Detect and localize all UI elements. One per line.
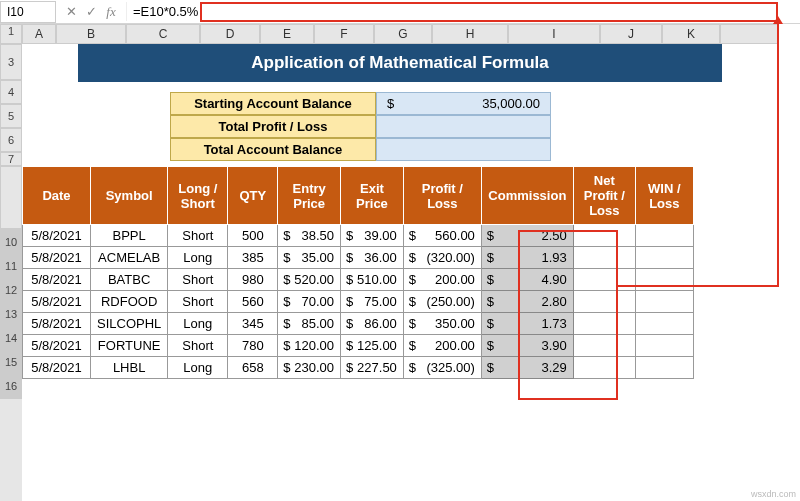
cell-commission[interactable]: $2.50 <box>481 225 573 247</box>
cell-longshort[interactable]: Long <box>168 357 228 379</box>
table-header[interactable]: Long / Short <box>168 167 228 225</box>
name-box[interactable] <box>0 1 56 23</box>
cell-date[interactable]: 5/8/2021 <box>23 313 91 335</box>
cell-symbol[interactable]: LHBL <box>91 357 168 379</box>
cell-symbol[interactable]: BPPL <box>91 225 168 247</box>
cell-exit-price[interactable]: $75.00 <box>341 291 404 313</box>
cell-commission[interactable]: $1.73 <box>481 313 573 335</box>
cell-winloss[interactable] <box>635 291 693 313</box>
col-header[interactable]: B <box>56 24 126 44</box>
col-header[interactable]: F <box>314 24 374 44</box>
cell-exit-price[interactable]: $86.00 <box>341 313 404 335</box>
row-header[interactable]: 5 <box>0 104 22 128</box>
cell-exit-price[interactable]: $36.00 <box>341 247 404 269</box>
fx-icon[interactable]: fx <box>102 4 120 20</box>
cell-net-pl[interactable] <box>573 335 635 357</box>
cell-date[interactable]: 5/8/2021 <box>23 291 91 313</box>
cell-net-pl[interactable] <box>573 313 635 335</box>
col-header[interactable]: A <box>22 24 56 44</box>
cell-commission[interactable]: $4.90 <box>481 269 573 291</box>
summary-value[interactable] <box>376 115 551 138</box>
confirm-icon[interactable]: ✓ <box>82 4 100 20</box>
cell-date[interactable]: 5/8/2021 <box>23 357 91 379</box>
cell-profit-loss[interactable]: $(250.00) <box>403 291 481 313</box>
cell-qty[interactable]: 385 <box>228 247 278 269</box>
cell-entry-price[interactable]: $230.00 <box>278 357 341 379</box>
row-header[interactable]: 6 <box>0 128 22 152</box>
row-header[interactable]: 15 <box>1 350 21 374</box>
cell-qty[interactable]: 345 <box>228 313 278 335</box>
cell-net-pl[interactable] <box>573 247 635 269</box>
cell-entry-price[interactable]: $38.50 <box>278 225 341 247</box>
cell-net-pl[interactable] <box>573 357 635 379</box>
cell-entry-price[interactable]: $70.00 <box>278 291 341 313</box>
cell-profit-loss[interactable]: $(325.00) <box>403 357 481 379</box>
row-header[interactable]: 13 <box>1 302 21 326</box>
formula-input[interactable]: =E10*0.5% <box>126 2 800 21</box>
cell-longshort[interactable]: Short <box>168 335 228 357</box>
cell-longshort[interactable]: Short <box>168 225 228 247</box>
summary-value[interactable] <box>376 138 551 161</box>
cell-symbol[interactable]: RDFOOD <box>91 291 168 313</box>
row-header[interactable] <box>0 166 22 229</box>
cell-commission[interactable]: $3.90 <box>481 335 573 357</box>
cell-longshort[interactable]: Long <box>168 247 228 269</box>
cell-profit-loss[interactable]: $(320.00) <box>403 247 481 269</box>
cell-date[interactable]: 5/8/2021 <box>23 247 91 269</box>
cell-exit-price[interactable]: $227.50 <box>341 357 404 379</box>
table-header[interactable]: Commission <box>481 167 573 225</box>
table-header[interactable]: Exit Price <box>341 167 404 225</box>
cell-net-pl[interactable] <box>573 269 635 291</box>
cell-winloss[interactable] <box>635 269 693 291</box>
cell-profit-loss[interactable]: $350.00 <box>403 313 481 335</box>
row-header[interactable]: 16 <box>1 374 21 398</box>
cell-qty[interactable]: 500 <box>228 225 278 247</box>
cell-winloss[interactable] <box>635 247 693 269</box>
table-header[interactable]: QTY <box>228 167 278 225</box>
cell-symbol[interactable]: SILCOPHL <box>91 313 168 335</box>
cell-profit-loss[interactable]: $200.00 <box>403 269 481 291</box>
cell-qty[interactable]: 980 <box>228 269 278 291</box>
cell-longshort[interactable]: Short <box>168 269 228 291</box>
cell-entry-price[interactable]: $85.00 <box>278 313 341 335</box>
col-header[interactable]: H <box>432 24 508 44</box>
cell-net-pl[interactable] <box>573 291 635 313</box>
cell-winloss[interactable] <box>635 313 693 335</box>
cell-date[interactable]: 5/8/2021 <box>23 269 91 291</box>
table-header[interactable]: Symbol <box>91 167 168 225</box>
cell-winloss[interactable] <box>635 335 693 357</box>
cell-commission[interactable]: $3.29 <box>481 357 573 379</box>
cell-profit-loss[interactable]: $560.00 <box>403 225 481 247</box>
row-header[interactable]: 11 <box>1 254 21 278</box>
table-header[interactable]: Profit / Loss <box>403 167 481 225</box>
cell-exit-price[interactable]: $125.00 <box>341 335 404 357</box>
table-header[interactable]: Entry Price <box>278 167 341 225</box>
cell-net-pl[interactable] <box>573 225 635 247</box>
cell-profit-loss[interactable]: $200.00 <box>403 335 481 357</box>
cell-qty[interactable]: 658 <box>228 357 278 379</box>
table-header[interactable]: Date <box>23 167 91 225</box>
col-header[interactable]: C <box>126 24 200 44</box>
row-header[interactable]: 7 <box>0 152 22 166</box>
row-header[interactable]: 10 <box>1 230 21 254</box>
cell-entry-price[interactable]: $120.00 <box>278 335 341 357</box>
cell-winloss[interactable] <box>635 225 693 247</box>
cell-entry-price[interactable]: $520.00 <box>278 269 341 291</box>
cell-qty[interactable]: 780 <box>228 335 278 357</box>
col-header[interactable]: E <box>260 24 314 44</box>
cancel-icon[interactable]: ✕ <box>62 4 80 20</box>
cell-symbol[interactable]: FORTUNE <box>91 335 168 357</box>
cell-symbol[interactable]: BATBC <box>91 269 168 291</box>
col-header[interactable]: G <box>374 24 432 44</box>
row-header[interactable]: 14 <box>1 326 21 350</box>
cell-exit-price[interactable]: $39.00 <box>341 225 404 247</box>
cell-commission[interactable]: $2.80 <box>481 291 573 313</box>
cell-entry-price[interactable]: $35.00 <box>278 247 341 269</box>
cell-date[interactable]: 5/8/2021 <box>23 335 91 357</box>
table-header[interactable]: WIN / Loss <box>635 167 693 225</box>
col-header[interactable]: K <box>662 24 720 44</box>
cell-longshort[interactable]: Short <box>168 291 228 313</box>
cell-winloss[interactable] <box>635 357 693 379</box>
col-header[interactable]: I <box>508 24 600 44</box>
col-header[interactable]: D <box>200 24 260 44</box>
